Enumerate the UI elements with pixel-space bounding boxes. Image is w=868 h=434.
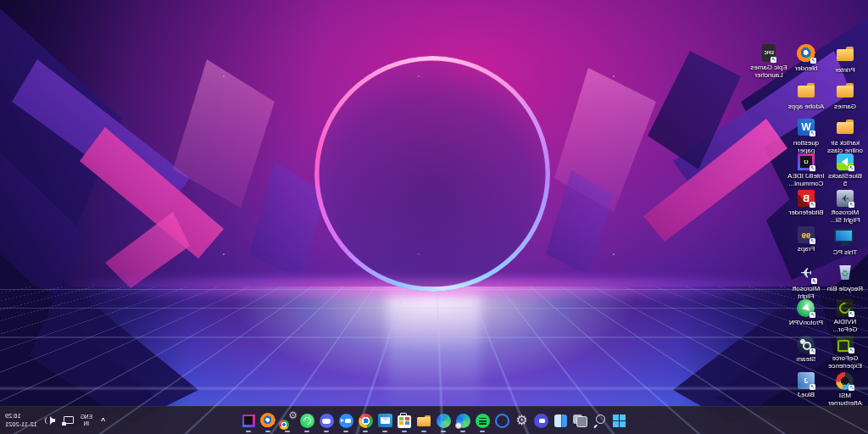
mail-icon: [378, 414, 392, 427]
desktop-icon-adobe-apps[interactable]: Adobe apps: [787, 81, 826, 110]
taskbar-button-microsoft-store[interactable]: [395, 407, 415, 434]
taskbar: ⚙⚙ ^ ENGIN 16:2912-11-2021: [0, 406, 868, 434]
blender-icon: [261, 413, 276, 428]
shortcut-arrow-icon: ↗: [810, 131, 815, 136]
desktop-icon-bluej[interactable]: J↗BlueJ: [787, 372, 826, 398]
taskbar-button-zoom[interactable]: [337, 407, 356, 434]
desktop-icon-printer[interactable]: Printer: [826, 44, 865, 74]
taskbar-button-task-view[interactable]: [570, 407, 590, 434]
desktop-icon-this-pc[interactable]: This PC: [826, 226, 865, 256]
folder-icon: [835, 117, 855, 137]
desktop-icon-bitdefender[interactable]: B↗Bitdefender: [787, 190, 826, 216]
start-icon: [613, 415, 626, 427]
msfsgray-icon: ✈↗: [837, 190, 854, 207]
network-icon[interactable]: [62, 415, 74, 426]
shortcut-arrow-icon: ↗: [771, 57, 776, 63]
recycle-icon: ♻: [835, 263, 855, 283]
desktop-icon-protonvpn[interactable]: ↗ProtonVPN: [787, 299, 826, 326]
desktop-icon-geforce-experience[interactable]: ↗GeForce Experience: [826, 336, 865, 370]
desktop-icon-blender[interactable]: ↗blender: [787, 44, 826, 72]
shortcut-arrow-icon: ↗: [810, 58, 816, 64]
whatsapp-icon: [300, 414, 314, 428]
fraps-icon: 99↗: [798, 226, 815, 243]
desktop-icon-label: Games: [826, 103, 865, 110]
taskbar-button-edge-beta[interactable]: [453, 407, 473, 434]
desktop-icon-label: Microsoft Flight Si...: [826, 209, 865, 225]
epic-icon: EPIC↗: [762, 44, 776, 62]
desktop-icon-microsoft-flight-simu[interactable]: ✈↗Microsoft Flight Simu...: [787, 263, 826, 302]
desktop-icon-label: IntelliJ IDEA Communi...: [787, 172, 826, 188]
nvidia-icon: ↗: [837, 299, 854, 316]
desktop-icon-epic-games-launcher[interactable]: EPIC↗Epic Games Launcher: [749, 44, 788, 80]
shortcut-arrow-icon: ↗: [810, 202, 815, 208]
clock[interactable]: 16:2912-11-2021: [5, 412, 37, 429]
desktop-icon-games[interactable]: Games: [826, 81, 865, 110]
microsoft-store-icon: [398, 415, 412, 428]
desktop-icon-label: Steam: [787, 355, 826, 363]
bluej-icon: J↗: [798, 372, 815, 389]
clock-time: 16:29: [5, 412, 21, 420]
taskbar-button-start[interactable]: [609, 407, 629, 434]
desktop-icon-label: NVIDIA GeFor...: [826, 318, 865, 334]
taskbar-button-blue-ring-app[interactable]: [492, 407, 512, 434]
shortcut-arrow-icon: ↗: [849, 348, 854, 353]
taskbar-button-blender[interactable]: [259, 407, 278, 434]
desktop-icon-steam[interactable]: ↗Steam: [787, 336, 826, 363]
desktop-icon-label: Epic Games Launcher: [749, 64, 788, 80]
shortcut-arrow-icon: ↗: [810, 165, 815, 171]
task-view-icon: [571, 412, 589, 430]
desktop-icon-fraps[interactable]: 99↗Fraps: [787, 226, 826, 253]
desktop-icon-nvidia-gefor[interactable]: ↗NVIDIA GeFor...: [826, 299, 865, 334]
desktop-icon-question-paper-debe[interactable]: W↗question paper debe...: [787, 117, 826, 156]
taskbar-button-edge[interactable]: [434, 407, 453, 434]
desktop-icon-grid: PrinterGameskartick sir online class↗Blu…: [0, 0, 868, 434]
desktop-icon-label: Recycle Bin: [826, 285, 865, 292]
desktop-icon-msi-afterburner[interactable]: ↗MSI Afterburner: [826, 372, 865, 408]
show-hidden-icons-chevron-icon[interactable]: ^: [99, 416, 107, 425]
taskbar-button-chat[interactable]: [531, 407, 551, 434]
shortcut-arrow-icon: ↗: [810, 348, 816, 354]
discord-icon: [320, 414, 334, 428]
desktop-icon-intellij-idea-communi[interactable]: IJ↗IntelliJ IDEA Communi...: [787, 153, 826, 188]
taskbar-button-settings[interactable]: ⚙: [512, 407, 531, 434]
desktop-icon-recycle-bin[interactable]: ♻Recycle Bin: [826, 263, 865, 292]
desktop-icon-microsoft-flight-si[interactable]: ✈↗Microsoft Flight Si...: [826, 190, 865, 225]
shortcut-arrow-icon: ↗: [849, 165, 854, 171]
taskbar-button-mail[interactable]: [376, 407, 395, 434]
taskbar-button-chrome-gear-app[interactable]: ⚙: [278, 407, 298, 434]
taskbar-button-intellij-idea[interactable]: [239, 407, 259, 434]
folder-icon: [835, 44, 855, 64]
chat-icon: [534, 414, 548, 428]
folder-icon: [835, 81, 855, 101]
taskbar-button-widgets[interactable]: [551, 407, 570, 434]
taskbar-button-chrome[interactable]: [356, 407, 376, 434]
clock-date: 12-11-2021: [5, 420, 37, 428]
taskbar-button-file-explorer[interactable]: [415, 407, 434, 434]
chrome-gear-app-icon: ⚙: [279, 412, 297, 430]
language-switcher[interactable]: ENGIN: [81, 414, 92, 427]
taskbar-button-discord[interactable]: [317, 407, 337, 434]
desktop-icon-label: Adobe apps: [787, 103, 826, 110]
blender-icon: ↗: [797, 44, 815, 63]
desktop-icon-kartick-sir-online-class[interactable]: kartick sir online class: [826, 117, 865, 155]
word-icon: W↗: [798, 119, 815, 136]
file-explorer-icon: [415, 412, 433, 430]
intellij-icon: IJ↗: [798, 153, 815, 170]
desktop-icon-label: This PC: [826, 248, 865, 256]
taskbar-button-spotify[interactable]: [473, 407, 492, 434]
desktop-icon-label: BlueJ: [787, 391, 826, 398]
geforce-icon: ↗: [837, 336, 854, 353]
folder-icon: [796, 81, 816, 101]
widgets-icon: [552, 412, 570, 430]
taskbar-button-search[interactable]: [590, 407, 609, 434]
shortcut-arrow-icon: ↗: [849, 311, 854, 317]
volume-icon[interactable]: [44, 415, 55, 426]
shortcut-arrow-icon: ↗: [810, 384, 815, 390]
desktop-icon-label: BlueStacks 5: [826, 172, 865, 188]
shortcut-arrow-icon: ↗: [849, 385, 855, 391]
intellij-idea-icon: [242, 415, 255, 427]
desktop-icon-bluestacks-5[interactable]: ↗BlueStacks 5: [826, 153, 865, 188]
taskbar-button-whatsapp[interactable]: [298, 407, 317, 434]
shortcut-arrow-icon: ↗: [810, 238, 815, 244]
search-icon: [591, 412, 609, 430]
